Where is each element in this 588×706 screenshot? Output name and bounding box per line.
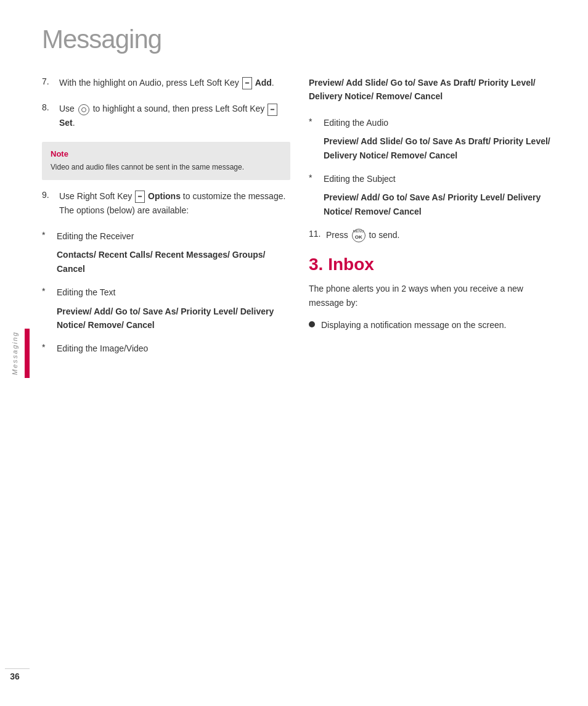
bullet-receiver-options: Contacts/ Recent Calls/ Recent Messages/… bbox=[42, 248, 290, 276]
main-content: Messaging 7. With the highlight on Audio… bbox=[30, 0, 588, 706]
item-9: 9. Use Right Soft Key ━ Options to custo… bbox=[42, 189, 290, 217]
sidebar-bottom-line bbox=[5, 668, 30, 669]
item-7-number: 7. bbox=[42, 76, 54, 89]
two-column-layout: 7. With the highlight on Audio, press Le… bbox=[42, 76, 557, 366]
bullet-audio-label: Editing the Audio bbox=[324, 116, 388, 129]
item-9-options-label: Options bbox=[148, 191, 181, 201]
bullet-receiver-label: Editing the Receiver bbox=[57, 229, 134, 243]
ok-text: OK bbox=[353, 234, 365, 240]
menu-ok-icon: MENU OK bbox=[352, 229, 365, 242]
right-soft-key-icon: ━ bbox=[135, 191, 145, 203]
item-7-add-label: Add bbox=[255, 78, 272, 88]
item-7: 7. With the highlight on Audio, press Le… bbox=[42, 76, 290, 89]
bullet-text-label: Editing the Text bbox=[57, 285, 115, 299]
bullet-star-image: * bbox=[42, 342, 51, 355]
section-number: 3. bbox=[309, 255, 323, 274]
item-9-content: Use Right Soft Key ━ Options to customiz… bbox=[59, 189, 290, 217]
bullet-star-spacer-3 bbox=[309, 134, 317, 162]
page-number: 36 bbox=[0, 671, 30, 681]
bullet-image-video-label: Editing the Image/Video bbox=[57, 342, 148, 355]
section-inbox-heading: 3. Inbox bbox=[309, 255, 557, 274]
section-inbox: 3. Inbox The phone alerts you in 2 ways … bbox=[309, 255, 557, 332]
left-soft-key-icon: ━ bbox=[242, 77, 252, 89]
item-11: 11. Press MENU OK to send. bbox=[309, 228, 557, 242]
note-box: Note Video and audio files cannot be sen… bbox=[42, 142, 290, 180]
bullet-receiver-options-text: Contacts/ Recent Calls/ Recent Messages/… bbox=[57, 248, 290, 276]
image-video-options-text: Preview/ Add Slide/ Go to/ Save As Draft… bbox=[309, 76, 557, 104]
item-8-content: Use to highlight a sound, then press Lef… bbox=[59, 102, 290, 129]
bullet-receiver-header: * Editing the Receiver bbox=[42, 229, 290, 243]
bullet-star-spacer-2 bbox=[42, 305, 51, 332]
bullet-subject: * Editing the Subject Preview/ Add/ Go t… bbox=[309, 172, 557, 218]
sidebar: Messaging 36 bbox=[0, 0, 30, 706]
item-8-number: 8. bbox=[42, 102, 54, 129]
bullet-text-options: Preview/ Add/ Go to/ Save As/ Priority L… bbox=[42, 305, 290, 332]
bullet-audio-options: Preview/ Add Slide/ Go to/ Save As Draft… bbox=[309, 134, 557, 162]
menu-text: MENU bbox=[353, 229, 365, 234]
bullet-star-receiver: * bbox=[42, 229, 51, 243]
bullet-receiver: * Editing the Receiver Contacts/ Recent … bbox=[42, 229, 290, 276]
sidebar-accent-bar bbox=[25, 329, 30, 378]
item-8: 8. Use to highlight a sound, then press … bbox=[42, 102, 290, 129]
circle-bullet-notification-text: Displaying a notification message on the… bbox=[321, 318, 506, 332]
bullet-subject-label: Editing the Subject bbox=[324, 172, 396, 186]
bullet-text: * Editing the Text Preview/ Add/ Go to/ … bbox=[42, 285, 290, 332]
item-8-set-label: Set bbox=[59, 118, 73, 128]
bullet-star-spacer-4 bbox=[309, 191, 317, 218]
item-11-content: Press MENU OK to send. bbox=[326, 228, 399, 242]
bullet-star-subject: * bbox=[309, 172, 317, 186]
bullet-subject-options: Preview/ Add/ Go to/ Save As/ Priority L… bbox=[309, 191, 557, 218]
item-7-content: With the highlight on Audio, press Left … bbox=[59, 76, 274, 89]
left-column: 7. With the highlight on Audio, press Le… bbox=[42, 76, 290, 366]
bullet-text-header: * Editing the Text bbox=[42, 285, 290, 299]
bullet-image-video: * Editing the Image/Video bbox=[42, 342, 290, 355]
section-inbox-intro: The phone alerts you in 2 ways when you … bbox=[309, 282, 557, 310]
right-column: Preview/ Add Slide/ Go to/ Save As Draft… bbox=[309, 76, 557, 366]
bullet-audio-header: * Editing the Audio bbox=[309, 116, 557, 129]
note-title: Note bbox=[51, 149, 282, 158]
left-soft-key-icon-2: ━ bbox=[267, 104, 277, 116]
circle-bullet-icon bbox=[309, 321, 315, 327]
circle-bullet-notification: Displaying a notification message on the… bbox=[309, 318, 557, 332]
bullet-text-options-text: Preview/ Add/ Go to/ Save As/ Priority L… bbox=[57, 305, 290, 332]
bullet-subject-header: * Editing the Subject bbox=[309, 172, 557, 186]
item-11-number: 11. bbox=[309, 228, 321, 242]
bullet-audio-options-text: Preview/ Add Slide/ Go to/ Save As Draft… bbox=[324, 134, 557, 162]
bullet-audio: * Editing the Audio Preview/ Add Slide/ … bbox=[309, 116, 557, 162]
page-title: Messaging bbox=[42, 25, 557, 54]
item-9-number: 9. bbox=[42, 189, 54, 217]
bullet-star-audio: * bbox=[309, 116, 317, 129]
image-video-options: Preview/ Add Slide/ Go to/ Save As Draft… bbox=[309, 76, 557, 104]
bullet-star-text: * bbox=[42, 285, 51, 299]
note-text: Video and audio files cannot be sent in … bbox=[51, 162, 282, 173]
bullet-star-spacer bbox=[42, 248, 51, 276]
bullet-image-video-header: * Editing the Image/Video bbox=[42, 342, 290, 355]
bullet-subject-options-text: Preview/ Add/ Go to/ Save As/ Priority L… bbox=[324, 191, 557, 218]
nav-circle-icon bbox=[78, 104, 89, 115]
sidebar-label: Messaging bbox=[11, 331, 18, 375]
page-container: Messaging 36 Messaging 7. With the highl… bbox=[0, 0, 588, 706]
section-title: Inbox bbox=[328, 255, 374, 274]
